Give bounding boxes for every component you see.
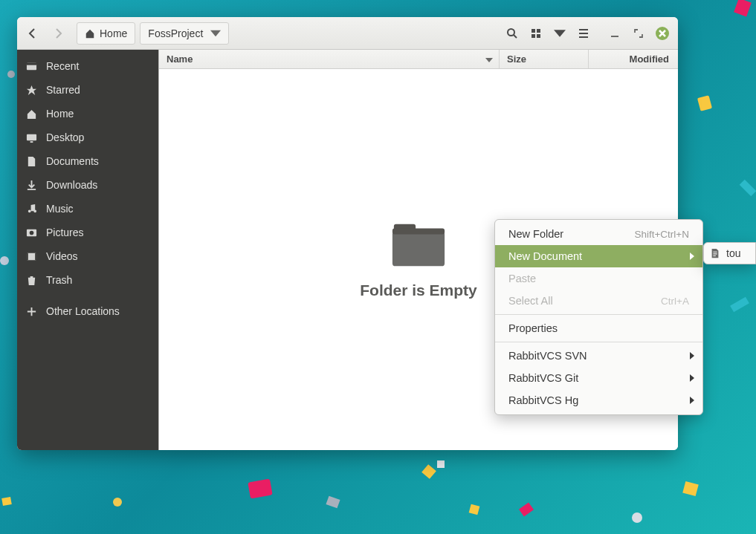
document-icon (710, 248, 720, 258)
path-home-label: Home (100, 27, 127, 39)
sidebar-item-label: Music (46, 203, 74, 215)
document-icon (26, 156, 37, 167)
submenu-arrow-icon (689, 394, 695, 406)
ctx-rabbitvcs-svn[interactable]: RabbitVCS SVN (495, 345, 702, 367)
hamburger-menu-button[interactable] (572, 22, 595, 45)
sidebar-item-pictures[interactable]: Pictures (17, 221, 158, 244)
sidebar-item-label: Documents (46, 155, 99, 167)
download-icon (26, 180, 37, 191)
arrow-left-icon (27, 27, 39, 39)
star-icon (26, 85, 37, 96)
sidebar-item-music[interactable]: Music (17, 197, 158, 221)
back-button[interactable] (22, 22, 44, 45)
ctx-label: Paste (508, 273, 536, 284)
close-button[interactable] (651, 22, 673, 45)
search-button[interactable] (501, 22, 523, 45)
ctx-rabbitvcs-git[interactable]: RabbitVCS Git (495, 367, 702, 389)
minimize-icon (609, 27, 621, 39)
trash-icon (26, 275, 37, 286)
column-size[interactable]: Size (500, 50, 589, 68)
column-name-label: Name (167, 53, 193, 65)
column-modified-label: Modified (630, 53, 669, 65)
sort-indicator (485, 53, 493, 65)
svg-rect-12 (27, 253, 28, 259)
path-segment-current[interactable]: FossProject (140, 22, 229, 45)
ctx-label: Properties (508, 322, 558, 334)
sidebar-item-label: Desktop (46, 131, 84, 143)
sidebar-item-desktop[interactable]: Desktop (17, 126, 158, 149)
ctx-shortcut: Shift+Ctrl+N (634, 229, 689, 240)
forward-button[interactable] (47, 22, 69, 45)
ctx-label: RabbitVCS Git (508, 372, 578, 384)
sidebar-item-trash[interactable]: Trash (17, 268, 158, 292)
column-name[interactable]: Name (159, 50, 500, 68)
svg-rect-8 (30, 141, 33, 143)
svg-point-0 (508, 29, 514, 36)
close-icon (656, 27, 669, 40)
sidebar-item-documents[interactable]: Documents (17, 149, 158, 173)
svg-rect-16 (392, 228, 445, 234)
maximize-button[interactable] (627, 22, 650, 45)
view-options-button[interactable] (549, 22, 571, 45)
ctx-properties[interactable]: Properties (495, 317, 702, 339)
ctx-rabbitvcs-hg[interactable]: RabbitVCS Hg (495, 389, 702, 411)
submenu-arrow-icon (689, 372, 695, 384)
minimize-button[interactable] (604, 22, 626, 45)
sidebar-item-label: Starred (46, 84, 80, 96)
path-bar: Home FossProject (77, 22, 229, 45)
sidebar-item-label: Home (46, 108, 74, 120)
arrow-right-icon (52, 27, 64, 39)
svg-rect-14 (392, 231, 445, 266)
svg-rect-1 (532, 29, 535, 33)
maximize-icon (633, 27, 644, 39)
column-size-label: Size (507, 53, 526, 65)
sidebar-item-recent[interactable]: Recent (17, 54, 158, 78)
empty-folder-icon (390, 221, 448, 273)
submenu-arrow-icon (689, 250, 695, 262)
sidebar-item-other-locations[interactable]: Other Locations (17, 299, 158, 323)
empty-state-text: Folder is Empty (360, 281, 477, 299)
plus-icon (26, 306, 37, 317)
column-modified[interactable]: Modified (589, 50, 678, 68)
sidebar: Recent Starred Home Desktop Documents Do… (17, 50, 158, 450)
column-headers: Name Size Modified (159, 50, 678, 69)
caret-down-icon (210, 28, 221, 39)
ctx-label: RabbitVCS SVN (508, 350, 587, 362)
ctx-label: New Folder (508, 228, 563, 240)
ctx-paste: Paste (495, 267, 702, 290)
svg-rect-2 (537, 29, 540, 33)
sidebar-item-starred[interactable]: Starred (17, 78, 158, 102)
grid-icon (530, 27, 542, 39)
music-icon (26, 203, 37, 215)
header-bar: Home FossProject (17, 17, 678, 50)
ctx-new-document[interactable]: New Document (495, 245, 702, 267)
submenu-item[interactable]: tou (726, 247, 740, 259)
caret-down-icon (485, 58, 493, 62)
desktop-icon (26, 132, 37, 143)
svg-rect-4 (537, 34, 540, 38)
ctx-separator (495, 342, 702, 342)
view-grid-button[interactable] (525, 22, 547, 45)
ctx-label: RabbitVCS Hg (508, 394, 578, 406)
ctx-select-all[interactable]: Select All Ctrl+A (495, 290, 702, 312)
path-segment-home[interactable]: Home (77, 22, 135, 45)
ctx-separator (495, 314, 702, 315)
path-current-label: FossProject (148, 27, 203, 39)
submenu-arrow-icon (689, 350, 695, 362)
ctx-shortcut: Ctrl+A (661, 296, 689, 307)
sidebar-item-videos[interactable]: Videos (17, 244, 158, 268)
svg-rect-11 (27, 253, 36, 259)
sidebar-item-label: Other Locations (46, 305, 120, 317)
svg-rect-13 (35, 253, 36, 259)
sidebar-item-label: Videos (46, 250, 78, 262)
svg-rect-3 (532, 34, 535, 38)
ctx-label: New Document (508, 250, 582, 262)
home-icon (85, 28, 95, 39)
context-menu: New Folder Shift+Ctrl+N New Document Pas… (494, 219, 703, 415)
sidebar-item-home[interactable]: Home (17, 102, 158, 126)
sidebar-item-downloads[interactable]: Downloads (17, 173, 158, 197)
videos-icon (26, 251, 37, 262)
ctx-new-folder[interactable]: New Folder Shift+Ctrl+N (495, 223, 702, 245)
recent-icon (26, 61, 37, 72)
home-icon (26, 108, 37, 120)
